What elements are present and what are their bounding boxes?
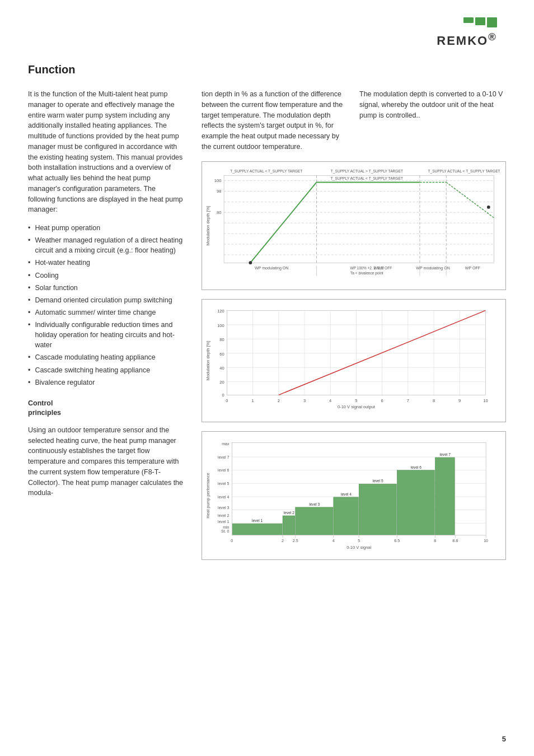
svg-text:0: 0 [226, 398, 228, 403]
svg-text:T_SUPPLY ACTUAL < T_SUPPLY TAR: T_SUPPLY ACTUAL < T_SUPPLY TARGET [331, 176, 403, 180]
chart1-box: Modulation depth [%] [202, 161, 506, 290]
svg-rect-91 [296, 507, 333, 534]
svg-text:10: 10 [484, 539, 488, 543]
svg-rect-92 [334, 497, 358, 534]
svg-point-20 [249, 261, 252, 264]
list-item: Cascade switching heating appliance [28, 365, 185, 375]
svg-text:80: 80 [219, 337, 224, 342]
right-para-2: The modulation depth is converted to a 0… [359, 89, 506, 152]
logo-bar-1 [463, 17, 474, 23]
svg-text:WP OFF: WP OFF [465, 266, 481, 270]
svg-text:level 2: level 2 [218, 513, 229, 517]
feature-list: Heat pump operation Weather managed regu… [28, 223, 185, 388]
logo-bar-3 [487, 17, 497, 27]
section-title: Function [28, 62, 506, 78]
right-text-columns: tion depth in % as a function of the dif… [202, 89, 506, 152]
list-item: Bivalence regulator [28, 377, 185, 388]
svg-point-21 [487, 206, 490, 209]
svg-text:6: 6 [381, 398, 383, 403]
svg-text:6.5: 6.5 [394, 539, 400, 543]
svg-text:max: max [222, 442, 229, 446]
svg-text:level 6: level 6 [411, 465, 421, 469]
svg-text:5: 5 [355, 398, 357, 403]
svg-text:0-10 V signal: 0-10 V signal [346, 544, 371, 549]
svg-text:4: 4 [329, 398, 331, 403]
svg-text:2.5: 2.5 [293, 539, 298, 543]
svg-text:10: 10 [483, 398, 488, 403]
svg-text:120: 120 [217, 309, 224, 314]
svg-text:5: 5 [358, 539, 360, 543]
svg-text:level 5: level 5 [373, 479, 383, 483]
svg-text:T_SUPPLY ACTUAL > T_SUPPLY TAR: T_SUPPLY ACTUAL > T_SUPPLY TARGET [331, 169, 403, 174]
svg-text:level 3: level 3 [218, 505, 229, 510]
svg-text:Heat pump performance: Heat pump performance [205, 473, 210, 518]
svg-text:level 5: level 5 [218, 482, 229, 486]
page: REMKO® Function It is the function of th… [0, 0, 534, 756]
svg-rect-1 [224, 175, 494, 263]
list-item: Cooling [28, 270, 185, 281]
svg-text:7: 7 [407, 398, 409, 403]
svg-text:8: 8 [433, 398, 435, 403]
svg-text:level 7: level 7 [440, 452, 451, 456]
svg-text:3: 3 [303, 398, 306, 403]
svg-text:4: 4 [332, 539, 335, 543]
svg-text:level 4: level 4 [341, 492, 352, 496]
svg-text:level 6: level 6 [218, 468, 229, 473]
svg-text:20: 20 [219, 380, 224, 385]
svg-text:T_SUPPLY ACTUAL < T_SUPPLY TAR: T_SUPPLY ACTUAL < T_SUPPLY TARGET [230, 169, 302, 174]
svg-text:98: 98 [217, 189, 221, 194]
svg-text:2: 2 [282, 539, 284, 543]
list-item: Cascade modulating heating appliance [28, 352, 185, 362]
charts-container: Modulation depth [%] [202, 161, 506, 560]
intro-paragraph: It is the function of the Multi-talent h… [28, 89, 185, 215]
svg-text:0: 0 [231, 539, 233, 543]
svg-text:level 4: level 4 [218, 494, 229, 499]
svg-rect-89 [232, 524, 282, 535]
chart2-box: Modulation depth [%] [202, 299, 506, 422]
svg-text:1: 1 [252, 398, 254, 403]
svg-text:Modulation depth [%]: Modulation depth [%] [205, 206, 210, 245]
svg-text:2. WE OFF: 2. WE OFF [373, 266, 392, 270]
logo-area: REMKO® [428, 17, 506, 50]
svg-text:level 7: level 7 [218, 455, 229, 459]
svg-text:8.8: 8.8 [452, 539, 458, 543]
svg-text:40: 40 [219, 366, 224, 371]
svg-text:8: 8 [434, 539, 436, 543]
svg-text:0-10 V signal output: 0-10 V signal output [338, 404, 376, 409]
svg-text:100: 100 [214, 178, 222, 183]
svg-text:level 2: level 2 [284, 511, 294, 515]
svg-text:WP modulating ON: WP modulating ON [255, 266, 288, 270]
svg-text:level 3: level 3 [309, 502, 320, 506]
logo-remko: REMKO® [437, 17, 496, 50]
svg-text:Modulation depth [%]: Modulation depth [%] [205, 340, 210, 380]
svg-text:WP modulating ON: WP modulating ON [416, 266, 449, 270]
chart2-svg: Modulation depth [%] [202, 305, 500, 416]
left-column: It is the function of the Multi-talent h… [28, 89, 185, 506]
list-item: Heat pump operation [28, 223, 185, 233]
logo-bars [463, 17, 497, 27]
right-column: tion depth in % as a function of the dif… [202, 89, 506, 560]
chart3-svg: Heat pump performance max level 7 level … [202, 437, 500, 554]
right-para-1: tion depth in % as a function of the dif… [202, 89, 348, 152]
svg-text:80: 80 [217, 210, 221, 215]
list-item: Weather managed regulation of a direct h… [28, 235, 185, 255]
list-item: Demand oriented circulation pump switchi… [28, 295, 185, 305]
svg-text:T_SUPPLY ACTUAL < T_SUPPLY TAR: T_SUPPLY ACTUAL < T_SUPPLY TARGET+2K [428, 169, 500, 174]
control-paragraph: Using an outdoor temperature sensor and … [28, 425, 185, 498]
page-number: 5 [502, 734, 506, 745]
control-title: Control principles [28, 399, 185, 418]
list-item: Hot-water heating [28, 258, 185, 268]
list-item: Automatic summer/ winter time change [28, 307, 185, 318]
svg-text:Ta < bivalence point: Ta < bivalence point [350, 270, 383, 275]
svg-text:9: 9 [458, 398, 461, 403]
header: REMKO® [28, 17, 506, 50]
svg-text:St. 0: St. 0 [221, 529, 229, 534]
list-item: Individually configurable reduction time… [28, 320, 185, 350]
svg-text:2: 2 [278, 398, 280, 403]
list-item: Solar function [28, 283, 185, 293]
svg-rect-94 [397, 470, 434, 534]
main-layout: It is the function of the Multi-talent h… [28, 89, 506, 560]
svg-text:60: 60 [219, 351, 224, 356]
control-principles-section: Control principles Using an outdoor temp… [28, 399, 185, 498]
svg-text:100: 100 [217, 323, 224, 328]
